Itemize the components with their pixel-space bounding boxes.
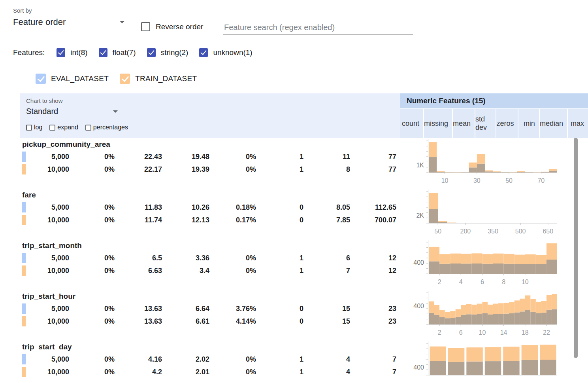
train-dataset-toggle[interactable]: TRAIN_DATASET bbox=[120, 74, 197, 84]
percentages-checkbox[interactable] bbox=[85, 125, 91, 131]
filter-int[interactable]: int(8) bbox=[57, 48, 87, 57]
cell-max: 77 bbox=[354, 150, 400, 163]
svg-text:500: 500 bbox=[515, 228, 526, 235]
svg-text:200: 200 bbox=[460, 228, 471, 235]
svg-text:2: 2 bbox=[438, 279, 441, 285]
cell-mean: 4.2 bbox=[119, 366, 166, 378]
cell-min: 0 bbox=[260, 214, 307, 226]
cell-median: 7.85 bbox=[307, 214, 354, 226]
svg-text:1K: 1K bbox=[416, 162, 424, 169]
train-color-swatch bbox=[22, 215, 26, 225]
cell-median: 8 bbox=[307, 163, 354, 176]
cell-std_dev: 10.26 bbox=[166, 201, 213, 214]
feature-name: trip_start_day bbox=[19, 341, 400, 353]
log-checkbox[interactable] bbox=[26, 125, 32, 131]
cell-median: 15 bbox=[307, 315, 354, 328]
cell-missing: 0% bbox=[73, 366, 119, 378]
cell-count: 5,000 bbox=[19, 201, 73, 214]
cell-max: 23 bbox=[354, 315, 400, 328]
cell-median: 6 bbox=[307, 252, 354, 264]
feature-name: pickup_community_area bbox=[19, 138, 400, 150]
cell-max: 77 bbox=[354, 163, 400, 176]
svg-text:6: 6 bbox=[481, 279, 484, 285]
chart-type-dropdown[interactable]: Standard bbox=[26, 107, 120, 119]
cell-median: 11 bbox=[307, 150, 354, 163]
unknown-checkbox[interactable] bbox=[199, 48, 208, 57]
vertical-scrollbar[interactable] bbox=[574, 138, 578, 358]
cell-mean: 6.5 bbox=[119, 252, 166, 264]
svg-text:400: 400 bbox=[413, 364, 424, 371]
cell-count: 10,000 bbox=[19, 163, 73, 176]
cell-missing: 0% bbox=[73, 315, 119, 328]
percentages-toggle[interactable]: percentages bbox=[85, 124, 128, 131]
cell-mean: 11.74 bbox=[119, 214, 166, 226]
chart-options-panel: Chart to show Standard log expand percen… bbox=[19, 93, 400, 138]
col-missing: missing bbox=[424, 109, 453, 138]
float-checkbox[interactable] bbox=[99, 48, 107, 57]
cell-min: 0 bbox=[260, 315, 307, 328]
cell-zeros: 0% bbox=[213, 252, 260, 264]
cell-zeros: 0% bbox=[213, 264, 260, 277]
cell-missing: 0% bbox=[73, 302, 119, 315]
reverse-order-checkbox[interactable] bbox=[141, 22, 150, 31]
table-title: Numeric Features (15) bbox=[400, 93, 588, 109]
int-checkbox[interactable] bbox=[57, 48, 65, 57]
cell-count: 5,000 bbox=[19, 252, 73, 264]
cell-median: 4 bbox=[307, 366, 354, 378]
feature-block-pickup_community_area: pickup_community_area5,0000%22.4319.480%… bbox=[19, 138, 588, 188]
feature-name: fare bbox=[19, 189, 400, 201]
cell-zeros: 0% bbox=[213, 163, 260, 176]
cell-mean: 4.16 bbox=[119, 353, 166, 366]
cell-missing: 0% bbox=[73, 163, 119, 176]
train-color-swatch bbox=[22, 164, 26, 174]
reverse-order-toggle[interactable]: Reverse order bbox=[141, 22, 203, 31]
cell-max: 700.07 bbox=[354, 214, 400, 226]
cell-mean: 13.63 bbox=[119, 315, 166, 328]
feature-search-input[interactable] bbox=[223, 21, 413, 35]
cell-count: 5,000 bbox=[19, 353, 73, 366]
stats-row-eval: 5,0000%4.162.020%147 bbox=[19, 353, 400, 366]
histogram-fare: 2K50200350500650 bbox=[400, 188, 588, 239]
cell-mean: 22.17 bbox=[119, 163, 166, 176]
cell-std_dev: 6.61 bbox=[166, 315, 213, 328]
cell-missing: 0% bbox=[73, 353, 119, 366]
expand-toggle[interactable]: expand bbox=[49, 124, 78, 131]
stats-row-train: 10,0000%6.633.40%1712 bbox=[19, 264, 400, 277]
train-dataset-checkbox[interactable] bbox=[120, 74, 130, 84]
svg-text:4: 4 bbox=[459, 279, 463, 285]
eval-color-swatch bbox=[22, 303, 26, 314]
eval-dataset-toggle[interactable]: EVAL_DATASET bbox=[36, 74, 109, 84]
string-checkbox[interactable] bbox=[147, 48, 156, 57]
numeric-features-table: Numeric Features (15) count missing mean… bbox=[19, 93, 588, 383]
log-toggle[interactable]: log bbox=[26, 124, 42, 131]
toolbar: Sort by Feature order Reverse order bbox=[0, 0, 588, 41]
expand-checkbox[interactable] bbox=[49, 125, 55, 131]
cell-std_dev: 3.36 bbox=[166, 252, 213, 264]
svg-text:10: 10 bbox=[441, 177, 449, 184]
cell-std_dev: 3.4 bbox=[166, 264, 213, 277]
cell-min: 0 bbox=[260, 302, 307, 315]
stats-row-train: 10,0000%22.1719.390%1877 bbox=[19, 163, 400, 176]
cell-min: 1 bbox=[260, 163, 307, 176]
log-label: log bbox=[34, 124, 42, 131]
svg-text:30: 30 bbox=[473, 177, 481, 184]
filter-string[interactable]: string(2) bbox=[147, 48, 188, 57]
sort-by-label: Sort by bbox=[13, 7, 127, 14]
sort-by-dropdown[interactable]: Feature order bbox=[13, 17, 127, 31]
table-header: Numeric Features (15) count missing mean… bbox=[400, 93, 588, 138]
filter-float[interactable]: float(7) bbox=[99, 48, 136, 57]
cell-missing: 0% bbox=[73, 201, 119, 214]
cell-count: 5,000 bbox=[19, 150, 73, 163]
filter-unknown[interactable]: unknown(1) bbox=[199, 48, 252, 57]
cell-max: 7 bbox=[354, 353, 400, 366]
stats-row-train: 10,0000%4.22.010%147 bbox=[19, 366, 400, 378]
cell-std_dev: 19.39 bbox=[166, 163, 213, 176]
eval-dataset-checkbox[interactable] bbox=[36, 74, 46, 84]
svg-text:650: 650 bbox=[543, 228, 553, 235]
string-label: string(2) bbox=[161, 48, 188, 57]
eval-dataset-label: EVAL_DATASET bbox=[51, 74, 109, 83]
svg-text:70: 70 bbox=[537, 177, 545, 184]
train-color-swatch bbox=[22, 316, 26, 326]
stats-row-train: 10,0000%11.7412.130.17%07.85700.07 bbox=[19, 214, 400, 226]
col-std-dev: std dev bbox=[475, 109, 496, 138]
